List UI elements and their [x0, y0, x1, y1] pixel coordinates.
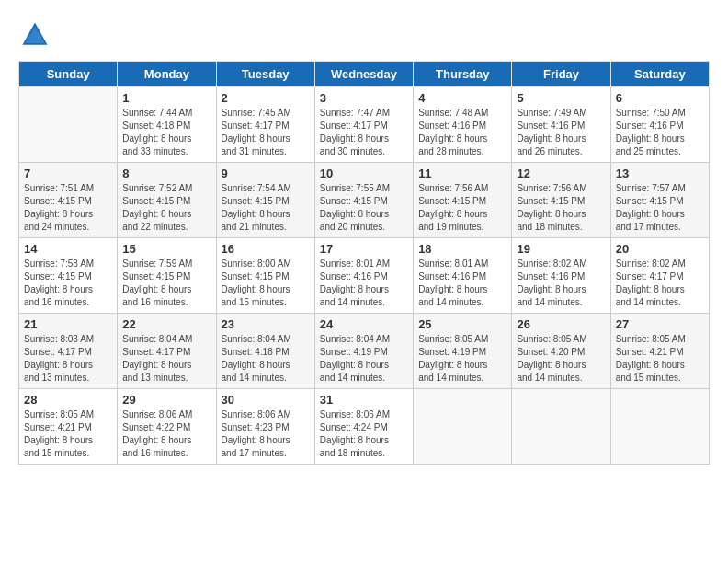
- calendar-cell: 25Sunrise: 8:05 AM Sunset: 4:19 PM Dayli…: [414, 314, 512, 389]
- day-number: 2: [222, 91, 310, 105]
- calendar-week-row: 21Sunrise: 8:03 AM Sunset: 4:17 PM Dayli…: [19, 314, 710, 389]
- calendar-week-row: 28Sunrise: 8:05 AM Sunset: 4:21 PM Dayli…: [19, 389, 710, 465]
- day-info: Sunrise: 8:05 AM Sunset: 4:21 PM Dayligh…: [24, 408, 112, 460]
- day-info: Sunrise: 8:03 AM Sunset: 4:17 PM Dayligh…: [24, 333, 112, 385]
- day-number: 19: [517, 242, 605, 256]
- day-info: Sunrise: 7:59 AM Sunset: 4:15 PM Dayligh…: [122, 258, 210, 309]
- day-number: 12: [517, 167, 605, 180]
- day-info: Sunrise: 8:02 AM Sunset: 4:17 PM Dayligh…: [616, 258, 704, 309]
- calendar-cell: 22Sunrise: 8:04 AM Sunset: 4:17 PM Dayli…: [118, 314, 216, 389]
- calendar-header: [18, 18, 710, 52]
- day-number: 8: [122, 167, 210, 180]
- calendar-table: SundayMondayTuesdayWednesdayThursdayFrid…: [18, 61, 710, 465]
- day-info: Sunrise: 8:01 AM Sunset: 4:16 PM Dayligh…: [418, 258, 506, 309]
- calendar-cell: 24Sunrise: 8:04 AM Sunset: 4:19 PM Dayli…: [314, 314, 413, 389]
- day-info: Sunrise: 8:00 AM Sunset: 4:15 PM Dayligh…: [222, 258, 310, 309]
- day-info: Sunrise: 8:01 AM Sunset: 4:16 PM Dayligh…: [320, 258, 408, 309]
- day-number: 24: [320, 317, 408, 331]
- calendar-cell: 12Sunrise: 7:56 AM Sunset: 4:15 PM Dayli…: [512, 163, 610, 238]
- calendar-cell: 7Sunrise: 7:51 AM Sunset: 4:15 PM Daylig…: [19, 163, 118, 238]
- day-number: 10: [320, 167, 408, 180]
- day-number: 13: [616, 167, 704, 180]
- day-info: Sunrise: 8:02 AM Sunset: 4:16 PM Dayligh…: [517, 258, 605, 309]
- day-info: Sunrise: 8:04 AM Sunset: 4:18 PM Dayligh…: [222, 333, 310, 385]
- calendar-cell: 2Sunrise: 7:45 AM Sunset: 4:17 PM Daylig…: [216, 87, 314, 163]
- day-number: 1: [122, 91, 210, 105]
- calendar-week-row: 7Sunrise: 7:51 AM Sunset: 4:15 PM Daylig…: [19, 163, 710, 238]
- weekday-header-friday: Friday: [512, 62, 610, 87]
- day-info: Sunrise: 7:57 AM Sunset: 4:15 PM Dayligh…: [616, 182, 704, 234]
- calendar-cell: 15Sunrise: 7:59 AM Sunset: 4:15 PM Dayli…: [118, 238, 216, 314]
- calendar-cell: 9Sunrise: 7:54 AM Sunset: 4:15 PM Daylig…: [216, 163, 314, 238]
- day-info: Sunrise: 7:58 AM Sunset: 4:15 PM Dayligh…: [24, 258, 112, 309]
- day-number: 7: [24, 167, 112, 180]
- calendar-cell: 11Sunrise: 7:56 AM Sunset: 4:15 PM Dayli…: [414, 163, 512, 238]
- calendar-cell: 3Sunrise: 7:47 AM Sunset: 4:17 PM Daylig…: [314, 87, 413, 163]
- day-number: 28: [24, 393, 112, 407]
- calendar-cell: 26Sunrise: 8:05 AM Sunset: 4:20 PM Dayli…: [512, 314, 610, 389]
- day-info: Sunrise: 7:45 AM Sunset: 4:17 PM Dayligh…: [222, 107, 310, 158]
- day-number: 11: [418, 167, 506, 180]
- day-number: 6: [616, 91, 704, 105]
- day-info: Sunrise: 8:06 AM Sunset: 4:23 PM Dayligh…: [222, 408, 310, 460]
- calendar-cell: 23Sunrise: 8:04 AM Sunset: 4:18 PM Dayli…: [216, 314, 314, 389]
- calendar-cell: [512, 389, 610, 465]
- day-info: Sunrise: 7:52 AM Sunset: 4:15 PM Dayligh…: [122, 182, 210, 234]
- day-number: 31: [320, 393, 408, 407]
- day-number: 21: [24, 317, 112, 331]
- day-number: 26: [517, 317, 605, 331]
- day-info: Sunrise: 7:51 AM Sunset: 4:15 PM Dayligh…: [24, 182, 112, 234]
- calendar-cell: 8Sunrise: 7:52 AM Sunset: 4:15 PM Daylig…: [118, 163, 216, 238]
- day-number: 25: [418, 317, 506, 331]
- calendar-cell: 21Sunrise: 8:03 AM Sunset: 4:17 PM Dayli…: [19, 314, 118, 389]
- day-number: 23: [222, 317, 310, 331]
- calendar-cell: 19Sunrise: 8:02 AM Sunset: 4:16 PM Dayli…: [512, 238, 610, 314]
- calendar-cell: 30Sunrise: 8:06 AM Sunset: 4:23 PM Dayli…: [216, 389, 314, 465]
- day-number: 14: [24, 242, 112, 256]
- day-info: Sunrise: 8:06 AM Sunset: 4:24 PM Dayligh…: [320, 408, 408, 460]
- day-number: 5: [517, 91, 605, 105]
- calendar-cell: 17Sunrise: 8:01 AM Sunset: 4:16 PM Dayli…: [314, 238, 413, 314]
- day-info: Sunrise: 7:56 AM Sunset: 4:15 PM Dayligh…: [517, 182, 605, 234]
- weekday-header-tuesday: Tuesday: [216, 62, 314, 87]
- calendar-cell: 27Sunrise: 8:05 AM Sunset: 4:21 PM Dayli…: [610, 314, 709, 389]
- day-info: Sunrise: 7:56 AM Sunset: 4:15 PM Dayligh…: [418, 182, 506, 234]
- day-info: Sunrise: 7:44 AM Sunset: 4:18 PM Dayligh…: [122, 107, 210, 158]
- day-info: Sunrise: 8:05 AM Sunset: 4:21 PM Dayligh…: [616, 333, 704, 385]
- day-number: 30: [222, 393, 310, 407]
- weekday-header-sunday: Sunday: [19, 62, 118, 87]
- day-info: Sunrise: 8:04 AM Sunset: 4:19 PM Dayligh…: [320, 333, 408, 385]
- weekday-header-wednesday: Wednesday: [314, 62, 413, 87]
- day-number: 18: [418, 242, 506, 256]
- day-info: Sunrise: 7:54 AM Sunset: 4:15 PM Dayligh…: [222, 182, 310, 234]
- day-info: Sunrise: 8:05 AM Sunset: 4:20 PM Dayligh…: [517, 333, 605, 385]
- day-info: Sunrise: 8:04 AM Sunset: 4:17 PM Dayligh…: [122, 333, 210, 385]
- day-number: 4: [418, 91, 506, 105]
- day-number: 9: [222, 167, 310, 180]
- calendar-cell: 14Sunrise: 7:58 AM Sunset: 4:15 PM Dayli…: [19, 238, 118, 314]
- svg-marker-1: [25, 27, 45, 43]
- calendar-cell: 28Sunrise: 8:05 AM Sunset: 4:21 PM Dayli…: [19, 389, 118, 465]
- day-number: 29: [122, 393, 210, 407]
- day-info: Sunrise: 7:47 AM Sunset: 4:17 PM Dayligh…: [320, 107, 408, 158]
- calendar-cell: 16Sunrise: 8:00 AM Sunset: 4:15 PM Dayli…: [216, 238, 314, 314]
- weekday-header-monday: Monday: [118, 62, 216, 87]
- day-info: Sunrise: 7:49 AM Sunset: 4:16 PM Dayligh…: [517, 107, 605, 158]
- day-info: Sunrise: 7:50 AM Sunset: 4:16 PM Dayligh…: [616, 107, 704, 158]
- calendar-cell: 18Sunrise: 8:01 AM Sunset: 4:16 PM Dayli…: [414, 238, 512, 314]
- weekday-header-saturday: Saturday: [610, 62, 709, 87]
- calendar-cell: 31Sunrise: 8:06 AM Sunset: 4:24 PM Dayli…: [314, 389, 413, 465]
- calendar-cell: 4Sunrise: 7:48 AM Sunset: 4:16 PM Daylig…: [414, 87, 512, 163]
- day-info: Sunrise: 7:55 AM Sunset: 4:15 PM Dayligh…: [320, 182, 408, 234]
- day-number: 15: [122, 242, 210, 256]
- weekday-header-thursday: Thursday: [414, 62, 512, 87]
- calendar-cell: 5Sunrise: 7:49 AM Sunset: 4:16 PM Daylig…: [512, 87, 610, 163]
- calendar-cell: 6Sunrise: 7:50 AM Sunset: 4:16 PM Daylig…: [610, 87, 709, 163]
- day-number: 3: [320, 91, 408, 105]
- calendar-cell: 13Sunrise: 7:57 AM Sunset: 4:15 PM Dayli…: [610, 163, 709, 238]
- logo: [18, 18, 57, 52]
- day-info: Sunrise: 8:06 AM Sunset: 4:22 PM Dayligh…: [122, 408, 210, 460]
- day-info: Sunrise: 7:48 AM Sunset: 4:16 PM Dayligh…: [418, 107, 506, 158]
- day-number: 16: [222, 242, 310, 256]
- calendar-cell: [19, 87, 118, 163]
